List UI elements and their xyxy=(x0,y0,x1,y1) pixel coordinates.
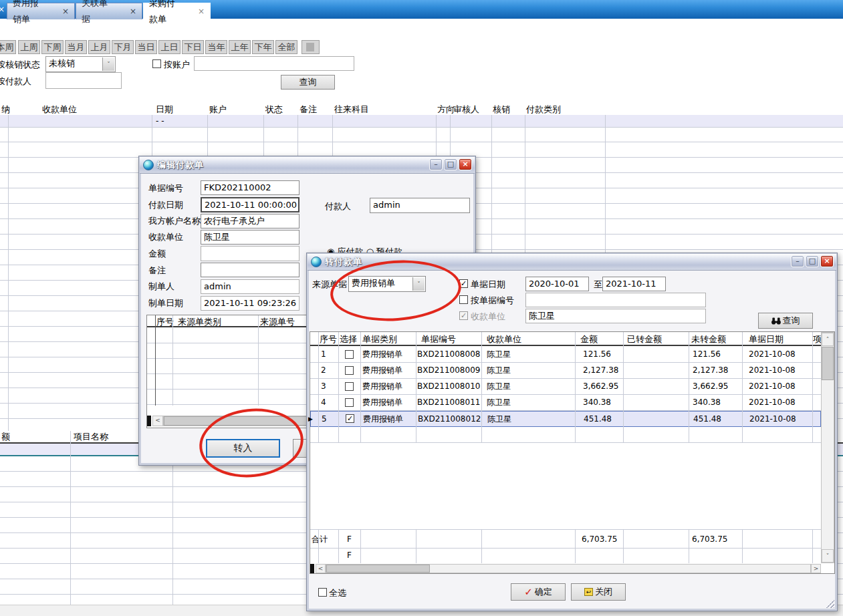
resize-grip[interactable] xyxy=(826,600,834,608)
table-row[interactable]: 4 费用报销单 BXD211008011 陈卫星 340.38 340.38 2… xyxy=(310,395,821,411)
col-header[interactable]: 核销 xyxy=(493,104,510,116)
col-header[interactable]: 备注 xyxy=(299,104,317,116)
search-button[interactable]: 查询 xyxy=(281,75,335,90)
maximize-icon[interactable]: □ xyxy=(806,255,819,267)
col-header[interactable]: 单据类别 xyxy=(362,333,397,345)
minimize-icon[interactable]: – xyxy=(429,158,443,170)
minimize-icon[interactable]: – xyxy=(791,255,804,267)
col-header[interactable]: 纳 xyxy=(1,104,10,116)
row-select-checkbox[interactable] xyxy=(345,398,354,407)
date-btn-thismonth[interactable]: 当月 xyxy=(65,40,87,54)
date-btn-nextmonth[interactable]: 下月 xyxy=(112,40,134,54)
cell-type: 费用报销单 xyxy=(363,412,403,426)
doc-no-filter-input[interactable] xyxy=(525,293,706,307)
pay-date-field[interactable]: 2021-10-11 00:00:00 xyxy=(201,197,299,212)
scroll-left-icon[interactable]: < xyxy=(316,564,326,573)
col-header[interactable]: 来源单类别 xyxy=(178,316,221,328)
col-header[interactable]: 序号 xyxy=(156,316,174,328)
col-header[interactable]: 审核人 xyxy=(453,104,479,116)
h-scrollbar-thumb[interactable] xyxy=(326,565,430,573)
date-btn-nextday[interactable]: 下日 xyxy=(182,40,204,54)
tab-close-icon[interactable]: × xyxy=(130,3,136,19)
close-icon[interactable]: × xyxy=(459,158,472,170)
amount-field[interactable] xyxy=(201,246,299,261)
partial-tab-close-icon[interactable]: × xyxy=(0,5,5,14)
row-select-checkbox[interactable] xyxy=(345,366,354,375)
col-header[interactable]: 账户 xyxy=(209,104,227,116)
maximize-icon[interactable]: □ xyxy=(444,158,457,170)
account-input[interactable] xyxy=(194,56,354,71)
col-header[interactable]: 状态 xyxy=(265,104,283,116)
close-button[interactable]: ↩ 关闭 xyxy=(571,583,626,601)
main-table-selected-row[interactable]: - - xyxy=(0,115,843,128)
col-header[interactable]: 选择 xyxy=(340,333,357,345)
doc-no-filter-checkbox[interactable] xyxy=(459,295,468,304)
col-header[interactable]: 项目名称 xyxy=(74,431,108,443)
date-btn-thisweek[interactable]: 本周 xyxy=(0,40,16,54)
col-header[interactable]: 收款单位 xyxy=(487,333,521,345)
payer-filter-input[interactable] xyxy=(45,72,122,89)
tab-close-icon[interactable]: × xyxy=(198,3,205,19)
our-account-field[interactable]: 农行电子承兑户 xyxy=(201,214,299,228)
col-header[interactable]: 已转金额 xyxy=(627,333,662,345)
date-btn-lastmonth[interactable]: 上月 xyxy=(88,40,110,54)
table-row[interactable]: 1 费用报销单 BXD211008008 陈卫星 121.56 121.56 2… xyxy=(310,347,821,363)
scroll-left-icon[interactable]: < xyxy=(152,416,163,426)
v-scrollbar[interactable]: ˄ ˅ xyxy=(821,332,834,563)
table-row[interactable]: 2 费用报销单 BXD211008009 陈卫星 2,127.38 2,127.… xyxy=(310,363,821,379)
col-header[interactable]: 往来科目 xyxy=(334,104,369,116)
row-select-checkbox[interactable]: ✓ xyxy=(346,414,354,423)
col-header[interactable]: 收款单位 xyxy=(42,104,77,116)
toolbar-extra-button[interactable] xyxy=(302,40,320,54)
verify-status-dropdown[interactable]: 未核销 ˅ xyxy=(45,56,116,72)
date-btn-lastday[interactable]: 上日 xyxy=(158,40,180,54)
tab-related-docs[interactable]: 关联单据 × xyxy=(76,3,142,19)
grid-search-button[interactable]: 查询 xyxy=(758,313,813,329)
create-date-field[interactable]: 2021-10-11 09:23:26 xyxy=(201,296,299,311)
col-header[interactable]: 额 xyxy=(1,431,10,443)
creator-field[interactable]: admin xyxy=(201,279,299,294)
tab-purchase-payment[interactable]: 采购付款单 × xyxy=(143,3,211,19)
col-header[interactable]: 来源单号 xyxy=(260,316,295,328)
date-btn-nextweek[interactable]: 下周 xyxy=(41,40,64,54)
payee-filter-input[interactable]: 陈卫星 xyxy=(525,309,706,323)
h-scrollbar[interactable] xyxy=(326,564,811,573)
tab-close-icon[interactable]: × xyxy=(62,3,69,19)
tab-expense-report[interactable]: 费用报销单 × xyxy=(7,3,75,19)
row-select-checkbox[interactable] xyxy=(345,350,354,359)
date-btn-thisyear[interactable]: 当年 xyxy=(205,40,227,54)
col-header[interactable]: 序号 xyxy=(320,333,337,345)
date-to-field[interactable]: 2021-10-11 xyxy=(602,277,666,291)
table-row[interactable]: 3 费用报销单 BXD211008010 陈卫星 3,662.95 3,662.… xyxy=(310,379,821,395)
payer-field[interactable]: admin xyxy=(370,198,470,213)
row-select-checkbox[interactable] xyxy=(345,382,354,391)
scroll-right-icon[interactable]: > xyxy=(811,564,821,573)
scroll-up-icon[interactable]: ˄ xyxy=(822,333,834,346)
account-checkbox[interactable] xyxy=(152,59,161,68)
date-btn-today[interactable]: 当日 xyxy=(135,40,157,54)
remark-field[interactable] xyxy=(201,263,299,277)
date-btn-nextyear[interactable]: 下年 xyxy=(252,40,274,54)
payee-field[interactable]: 陈卫星 xyxy=(201,230,299,245)
confirm-button[interactable]: ✓ 确定 xyxy=(511,583,566,601)
scroll-down-icon[interactable]: ˅ xyxy=(822,549,834,563)
chevron-down-icon[interactable]: ˅ xyxy=(102,57,114,71)
select-all-checkbox[interactable] xyxy=(318,588,327,597)
col-header[interactable]: 方向 xyxy=(437,104,455,116)
col-header[interactable]: 单据日期 xyxy=(749,333,784,345)
col-header[interactable]: 未转金额 xyxy=(691,333,726,345)
v-scrollbar-thumb[interactable] xyxy=(822,347,834,380)
edit-dialog-titlebar[interactable]: 编辑付款单 xyxy=(140,157,475,174)
col-header[interactable]: 付款类别 xyxy=(526,104,561,116)
doc-no-field[interactable]: FKD202110002 xyxy=(201,180,299,195)
table-row-selected[interactable]: ▶ 5 ✓ 费用报销单 BXD211008012 陈卫星 451.48 451.… xyxy=(310,411,821,427)
col-header[interactable]: 单据编号 xyxy=(421,333,456,345)
col-header[interactable]: 日期 xyxy=(156,104,173,116)
date-btn-all[interactable]: 全部 xyxy=(275,40,297,54)
tab-label: 费用报销单 xyxy=(13,0,45,27)
date-from-field[interactable]: 2020-10-01 xyxy=(525,277,589,291)
close-icon[interactable]: × xyxy=(820,255,834,267)
date-btn-lastyear[interactable]: 上年 xyxy=(229,40,251,54)
col-header[interactable]: 金额 xyxy=(580,333,598,345)
date-btn-lastweek[interactable]: 上周 xyxy=(18,40,40,54)
